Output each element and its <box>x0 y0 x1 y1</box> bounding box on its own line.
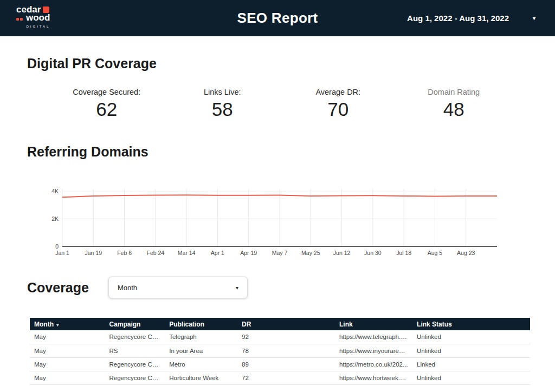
metric-label: Links Live: <box>165 88 281 96</box>
table-cell: Unlinked <box>412 330 530 344</box>
table-cell: 89 <box>237 357 335 371</box>
table-row: MayRegencycore Cam...Telegraph92https://… <box>30 330 530 344</box>
svg-text:4K: 4K <box>51 188 59 194</box>
coverage-table-body: MayRegencycore Cam...Telegraph92https://… <box>30 330 530 384</box>
table-cell: Regencycore Cam... <box>105 330 165 344</box>
metric-value: 58 <box>165 99 281 120</box>
link-cell[interactable]: https://www.inyourarea.... <box>335 344 412 357</box>
metric-value: 48 <box>396 99 512 120</box>
table-cell: 72 <box>237 371 335 384</box>
cedarwood-logo: cedar wood DIGITAL <box>16 5 50 31</box>
table-cell: 92 <box>237 330 335 344</box>
svg-text:0: 0 <box>55 243 59 250</box>
svg-text:May 25: May 25 <box>301 250 320 256</box>
metric-average-dr: Average DR: 70 <box>280 88 396 120</box>
metric-label: Domain Rating <box>396 88 512 96</box>
table-cell: In your Area <box>165 344 237 357</box>
metric-value: 70 <box>280 99 396 120</box>
table-cell: Horticulture Week <box>165 371 237 384</box>
logo-square-icon <box>43 6 49 13</box>
link-cell[interactable]: https://www.hortweek.c... <box>335 371 412 384</box>
svg-text:Aug 23: Aug 23 <box>457 250 475 256</box>
table-cell: Unlinked <box>412 344 530 357</box>
referring-domains-title: Referring Domains <box>27 144 555 160</box>
column-header-publication[interactable]: Publication <box>165 318 237 330</box>
svg-text:Jun 12: Jun 12 <box>333 250 351 256</box>
coverage-section-header: Coverage Month ▾ <box>27 277 555 298</box>
metric-coverage-secured: Coverage Secured: 62 <box>49 88 165 120</box>
coverage-table: Month▾CampaignPublicationDRLinkLink Stat… <box>30 318 530 385</box>
pr-coverage-title: Digital PR Coverage <box>27 56 555 71</box>
svg-text:Mar 14: Mar 14 <box>178 250 196 256</box>
svg-text:Jul 18: Jul 18 <box>396 250 411 256</box>
column-header-link-status[interactable]: Link Status <box>412 318 530 330</box>
table-cell: RS <box>105 344 165 357</box>
table-cell: May <box>30 371 105 384</box>
svg-text:Feb 24: Feb 24 <box>147 250 165 256</box>
logo-text-wood: wood <box>26 14 50 22</box>
link-cell[interactable]: https://metro.co.uk/202... <box>335 357 412 371</box>
coverage-table-container: Month▾CampaignPublicationDRLinkLink Stat… <box>30 318 530 385</box>
table-row: MayRegencycore Cam...Metro89https://metr… <box>30 357 530 371</box>
referring-domains-chart-container: Jan 1Jan 19Feb 6Feb 24Mar 14Apr 1Apr 19M… <box>47 181 555 264</box>
table-cell: May <box>30 330 105 344</box>
table-row: MayRegencycore Cam...Horticulture Week72… <box>30 371 530 384</box>
svg-text:Jan 19: Jan 19 <box>85 250 102 256</box>
table-cell: Metro <box>165 357 237 371</box>
table-cell: Unlinked <box>412 371 530 384</box>
table-cell: 78 <box>237 344 335 357</box>
svg-text:2K: 2K <box>51 215 59 222</box>
date-range-value: Aug 1, 2022 - Aug 31, 2022 <box>407 14 509 23</box>
month-filter-value: Month <box>118 284 137 292</box>
svg-text:Apr 19: Apr 19 <box>240 250 257 256</box>
table-cell: Linked <box>412 357 530 371</box>
sort-desc-icon: ▾ <box>56 322 59 328</box>
table-cell: Telegraph <box>165 330 237 344</box>
table-cell: May <box>30 344 105 357</box>
svg-text:Apr 1: Apr 1 <box>211 250 224 256</box>
logo-subtitle: DIGITAL <box>16 23 50 31</box>
svg-text:Aug 5: Aug 5 <box>428 250 443 256</box>
table-cell: May <box>30 357 105 371</box>
metric-value: 62 <box>49 99 165 120</box>
metric-domain-rating: Domain Rating 48 <box>396 88 512 120</box>
svg-text:May 7: May 7 <box>272 250 288 256</box>
pr-metrics: Coverage Secured: 62 Links Live: 58 Aver… <box>49 88 512 120</box>
logo-marks-icon <box>16 14 24 22</box>
date-range-selector[interactable]: Aug 1, 2022 - Aug 31, 2022 ▾ <box>407 14 539 23</box>
column-header-link[interactable]: Link <box>335 318 412 330</box>
column-header-month[interactable]: Month▾ <box>30 318 105 330</box>
svg-text:Feb 6: Feb 6 <box>117 250 132 256</box>
column-header-campaign[interactable]: Campaign <box>105 318 165 330</box>
svg-text:Jan 1: Jan 1 <box>55 250 69 256</box>
table-row: MayRSIn your Area78https://www.inyourare… <box>30 344 530 357</box>
chevron-down-icon: ▾ <box>533 15 535 21</box>
metric-label: Coverage Secured: <box>49 88 165 96</box>
month-filter-dropdown[interactable]: Month ▾ <box>108 277 248 298</box>
coverage-title: Coverage <box>27 280 89 296</box>
coverage-table-header-row: Month▾CampaignPublicationDRLinkLink Stat… <box>30 318 530 330</box>
table-cell: Regencycore Cam... <box>105 371 165 384</box>
column-header-dr[interactable]: DR <box>237 318 335 330</box>
app-header: cedar wood DIGITAL SEO Report Aug 1, 202… <box>0 0 555 36</box>
metric-label: Average DR: <box>280 88 396 96</box>
link-cell[interactable]: https://www.telegraph.c... <box>335 330 412 344</box>
svg-text:Jun 30: Jun 30 <box>364 250 382 256</box>
metric-links-live: Links Live: 58 <box>165 88 281 120</box>
chevron-down-icon: ▾ <box>236 285 238 291</box>
page-title: SEO Report <box>237 10 318 27</box>
table-cell: Regencycore Cam... <box>105 357 165 371</box>
referring-domains-chart: Jan 1Jan 19Feb 6Feb 24Mar 14Apr 1Apr 19M… <box>47 181 501 262</box>
